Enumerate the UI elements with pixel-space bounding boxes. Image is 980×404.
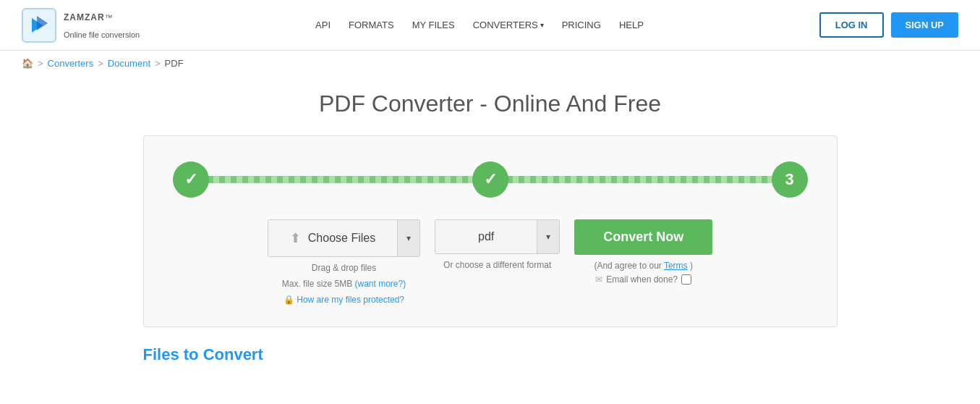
upload-icon: ⬆ — [290, 230, 301, 246]
converters-caret-icon: ▾ — [540, 21, 544, 29]
breadcrumb-converters-link[interactable]: Converters — [48, 58, 94, 69]
page-title: PDF Converter - Online And Free — [0, 91, 980, 117]
step-line-1 — [208, 176, 474, 183]
nav-help[interactable]: HELP — [619, 20, 644, 30]
logo-subtitle: Online file conversion — [64, 30, 140, 39]
format-dropdown-arrow-icon: ▾ — [546, 232, 550, 242]
terms-link[interactable]: Terms — [664, 261, 688, 271]
format-group: ▾ Or choose a different format — [435, 219, 560, 270]
nav-api[interactable]: API — [315, 20, 331, 30]
converter-box: ✓ ✓ 3 ⬆ Choose Files ▾ Drag & drop files… — [143, 135, 838, 327]
terms-suffix: ) — [690, 261, 693, 271]
choose-files-group: ⬆ Choose Files ▾ Drag & drop files Max. … — [268, 219, 420, 305]
convert-group: Convert Now (And agree to our Terms ) ✉ … — [574, 219, 712, 285]
files-section: Files to Convert — [143, 345, 838, 371]
format-dropdown-button[interactable]: ▾ — [537, 220, 559, 253]
auth-buttons: LOG IN SIGN UP — [819, 12, 958, 38]
drag-drop-label: Drag & drop files — [312, 263, 376, 273]
nav-pricing[interactable]: PRICING — [562, 20, 601, 30]
email-icon: ✉ — [595, 274, 602, 285]
format-input[interactable] — [435, 220, 537, 253]
breadcrumb-document-link[interactable]: Document — [108, 58, 150, 69]
step-line-2 — [507, 176, 773, 183]
convert-now-button[interactable]: Convert Now — [574, 219, 712, 255]
logo-text: ZAMZAR™ Online file conversion — [64, 12, 140, 39]
svg-marker-1 — [37, 16, 48, 30]
nav-converters-label: CONVERTERS — [473, 20, 538, 30]
breadcrumb-current: PDF — [165, 58, 184, 69]
different-format-text: Or choose a different format — [443, 260, 551, 270]
want-more-link[interactable]: (want more?) — [354, 279, 406, 289]
choose-files-label: Choose Files — [308, 232, 375, 245]
step-3-circle: 3 — [772, 161, 808, 198]
breadcrumb-home-link[interactable]: 🏠 — [22, 58, 33, 69]
breadcrumb-sep2: > — [98, 58, 103, 69]
terms-prefix: (And agree to our — [594, 261, 661, 271]
nav-formats[interactable]: FORMATS — [349, 20, 394, 30]
email-line: ✉ Email when done? — [595, 274, 691, 285]
signup-button[interactable]: SIGN UP — [891, 12, 958, 38]
format-wrap: ▾ — [435, 219, 560, 254]
breadcrumb-sep3: > — [155, 58, 161, 69]
header: ZAMZAR™ Online file conversion API FORMA… — [0, 0, 980, 51]
login-button[interactable]: LOG IN — [819, 12, 884, 38]
lock-icon: 🔒 — [284, 295, 294, 305]
protection-text: 🔒 How are my files protected? — [284, 295, 404, 305]
logo-area: ZAMZAR™ Online file conversion — [22, 8, 140, 43]
converter-controls: ⬆ Choose Files ▾ Drag & drop files Max. … — [173, 219, 808, 305]
files-heading-colored: Convert — [203, 345, 263, 363]
steps-progress: ✓ ✓ 3 — [173, 161, 808, 198]
max-size-label: Max. file size 5MB — [282, 279, 352, 289]
dropdown-arrow-icon: ▾ — [406, 233, 411, 243]
choose-files-button[interactable]: ⬆ Choose Files — [268, 220, 397, 256]
max-size-text: Max. file size 5MB (want more?) — [282, 279, 406, 289]
step-1-circle: ✓ — [173, 161, 209, 198]
home-icon: 🏠 — [22, 58, 33, 69]
breadcrumb: 🏠 > Converters > Document > PDF — [0, 51, 980, 76]
logo-name: ZAMZAR™ — [64, 12, 140, 30]
logo-tm: ™ — [105, 12, 114, 21]
nav-my-files[interactable]: MY FILES — [412, 20, 455, 30]
choose-files-dropdown-button[interactable]: ▾ — [397, 220, 419, 256]
files-heading: Files to Convert — [143, 345, 838, 364]
breadcrumb-sep1: > — [38, 58, 43, 69]
files-heading-plain: Files to — [143, 345, 203, 363]
logo-name-text: ZAMZAR — [64, 12, 105, 22]
drag-drop-text: Drag & drop files — [312, 263, 376, 273]
nav-converters[interactable]: CONVERTERS ▾ — [473, 20, 544, 30]
step-2-circle: ✓ — [472, 161, 508, 198]
choose-files-wrap: ⬆ Choose Files ▾ — [268, 219, 420, 257]
protection-link[interactable]: How are my files protected? — [297, 295, 404, 305]
email-label: Email when done? — [606, 274, 678, 285]
logo-icon — [22, 8, 56, 43]
terms-text: (And agree to our Terms ) — [594, 261, 693, 271]
main-nav: API FORMATS MY FILES CONVERTERS ▾ PRICIN… — [315, 20, 644, 30]
email-checkbox[interactable] — [681, 274, 691, 285]
